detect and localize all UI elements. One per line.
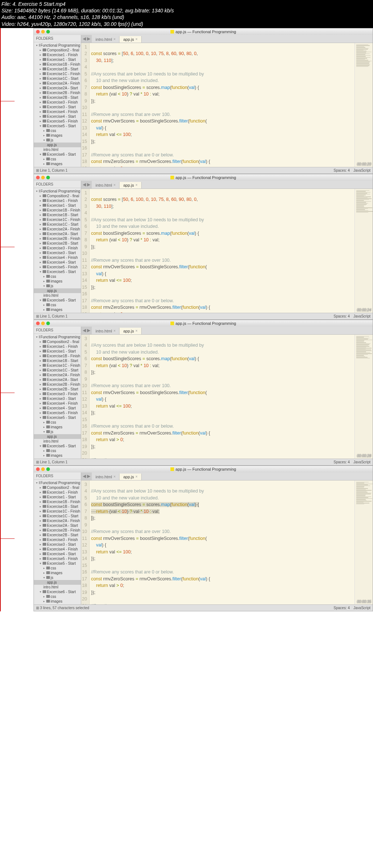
tab-bar[interactable]: ◀ ▶intro.html×app.js× (81, 181, 373, 189)
tree-item[interactable]: Excercise2B - Start (34, 241, 81, 246)
tree-item[interactable]: Excercise2A - Start (34, 231, 81, 236)
code-lines[interactable]: //Any scores that are below 10 needs to … (90, 480, 354, 604)
tree-item[interactable]: js (34, 429, 81, 434)
tree-item[interactable]: Excercise1 - Start (34, 349, 81, 354)
tree-item[interactable]: Excercise1 - Start (34, 495, 81, 499)
window-controls[interactable] (36, 30, 50, 34)
window-controls[interactable] (36, 322, 50, 325)
tree-item[interactable]: Excercise5 - Finish (34, 410, 81, 415)
code-area[interactable]: 1234567891011121314151617181920212223242… (81, 189, 373, 313)
tree-item[interactable]: css (34, 303, 81, 307)
tab-bar[interactable]: ◀ ▶intro.html×app.js× (81, 472, 373, 480)
tree-item[interactable]: images (34, 425, 81, 429)
tree-item[interactable]: Excercise5 - Start (34, 269, 81, 274)
tree-item[interactable]: Excercise5 - Start (34, 415, 81, 420)
tree-item[interactable]: Functional Programming (34, 480, 81, 485)
tree-item[interactable]: images (34, 571, 81, 575)
folder-tree[interactable]: Functional ProgrammingComposition2 - fin… (34, 480, 81, 604)
tree-item[interactable]: Excercise2A - Finish (34, 518, 81, 523)
folder-tree[interactable]: Functional ProgrammingComposition2 - fin… (34, 42, 81, 167)
tree-item[interactable]: Excercise3 - Start (34, 105, 81, 109)
tree-item[interactable]: Composition2 - final (34, 339, 81, 344)
tree-item[interactable]: Excercise5 - Finish (34, 265, 81, 269)
window-controls[interactable] (36, 176, 50, 179)
tree-item[interactable]: images (34, 133, 81, 138)
tree-item[interactable]: Excercise2A - Start (34, 377, 81, 382)
tree-item[interactable]: app.js (34, 143, 81, 147)
tree-item[interactable]: Excercise1C - Start (34, 222, 81, 227)
tree-item[interactable]: Excercise4 - Finish (34, 401, 81, 406)
close-window-icon[interactable] (36, 467, 40, 471)
tree-item[interactable]: images (34, 161, 81, 166)
tree-item[interactable]: Excercise1B - Finish (34, 354, 81, 358)
tree-item[interactable]: Excercise1 - Finish (34, 198, 81, 203)
tree-item[interactable]: Excercise6 - Start (34, 589, 81, 594)
tree-item[interactable]: js (34, 312, 81, 313)
tree-item[interactable]: Excercise3 - Finish (34, 392, 81, 396)
tree-item[interactable]: Excercise2A - Start (34, 86, 81, 90)
tree-item[interactable]: Excercise1C - Start (34, 76, 81, 81)
tree-item[interactable]: Excercise2B - Start (34, 533, 81, 537)
folder-tree[interactable]: Functional ProgrammingComposition2 - fin… (34, 188, 81, 313)
close-icon[interactable]: × (114, 329, 116, 333)
tab-intro.html[interactable]: intro.html× (92, 474, 119, 480)
tree-item[interactable]: Excercise1B - Finish (34, 208, 81, 213)
tree-item[interactable]: css (34, 157, 81, 161)
tree-item[interactable]: Excercise6 - Start (34, 152, 81, 157)
sidebar[interactable]: FOLDERS Functional ProgrammingCompositio… (34, 472, 81, 604)
tree-item[interactable]: app.js (34, 434, 81, 439)
tree-item[interactable]: app.js (34, 288, 81, 293)
maximize-window-icon[interactable] (46, 322, 50, 325)
tree-item[interactable]: Excercise2B - Finish (34, 382, 81, 387)
tree-item[interactable]: intro.html (34, 147, 81, 152)
tree-item[interactable]: Composition2 - final (34, 485, 81, 490)
tab-app.js[interactable]: app.js× (119, 328, 141, 334)
tree-item[interactable]: js (34, 138, 81, 143)
minimap[interactable] (354, 43, 373, 167)
tree-item[interactable]: Excercise2B - Finish (34, 528, 81, 533)
minimap[interactable] (354, 189, 373, 313)
tree-item[interactable]: Excercise1C - Finish (34, 363, 81, 368)
tree-item[interactable]: Excercise3 - Start (34, 396, 81, 401)
tree-item[interactable]: js (34, 604, 81, 604)
tree-item[interactable]: images (34, 279, 81, 284)
sidebar[interactable]: FOLDERS Functional ProgrammingCompositio… (34, 327, 81, 459)
tree-item[interactable]: css (34, 274, 81, 279)
status-bar[interactable]: ⊞ 3 lines, 57 characters selected Spaces… (34, 604, 373, 611)
code-lines[interactable]: //Any scores that are below 10 needs to … (90, 335, 354, 459)
tree-item[interactable]: Composition2 - final (34, 194, 81, 198)
status-spaces[interactable]: Spaces: 4 (334, 314, 350, 318)
minimap[interactable] (354, 335, 373, 459)
tree-item[interactable]: Excercise1B - Finish (34, 62, 81, 67)
close-icon[interactable]: × (114, 183, 116, 187)
tab-bar[interactable]: ◀ ▶intro.html×app.js× (81, 35, 373, 43)
maximize-window-icon[interactable] (46, 467, 50, 471)
tab-nav-arrows[interactable]: ◀ ▶ (81, 472, 92, 480)
tree-item[interactable]: Excercise3 - Start (34, 542, 81, 547)
tree-item[interactable]: Excercise3 - Start (34, 250, 81, 255)
tree-item[interactable]: Excercise5 - Finish (34, 119, 81, 124)
close-icon[interactable]: × (136, 37, 138, 41)
maximize-window-icon[interactable] (46, 176, 50, 179)
tree-item[interactable]: Composition2 - final (34, 48, 81, 52)
tree-item[interactable]: Excercise5 - Start (34, 124, 81, 128)
tab-intro.html[interactable]: intro.html× (92, 36, 119, 43)
minimize-window-icon[interactable] (41, 30, 45, 34)
tree-item[interactable]: Excercise4 - Finish (34, 255, 81, 260)
tree-item[interactable]: intro.html (34, 293, 81, 298)
close-window-icon[interactable] (36, 30, 40, 34)
code-area[interactable]: 3456789101112131415161718192021222324252… (81, 480, 373, 604)
close-icon[interactable]: × (136, 475, 138, 479)
tree-item[interactable]: Excercise1B - Start (34, 213, 81, 217)
tree-item[interactable]: Excercise1B - Finish (34, 499, 81, 504)
tree-item[interactable]: Excercise2A - Finish (34, 227, 81, 231)
tree-item[interactable]: css (34, 566, 81, 571)
tab-intro.html[interactable]: intro.html× (92, 328, 119, 334)
tree-item[interactable]: Excercise5 - Start (34, 561, 81, 566)
close-icon[interactable]: × (114, 37, 116, 41)
tree-item[interactable]: js (34, 575, 81, 580)
status-bar[interactable]: ⊞ Line 1, Column 1 Spaces: 4 JavaScript (34, 459, 373, 465)
tab-nav-arrows[interactable]: ◀ ▶ (81, 35, 92, 43)
code-area[interactable]: 1234567891011121314151617181920212223242… (81, 43, 373, 167)
tree-item[interactable]: Excercise4 - Start (34, 552, 81, 556)
